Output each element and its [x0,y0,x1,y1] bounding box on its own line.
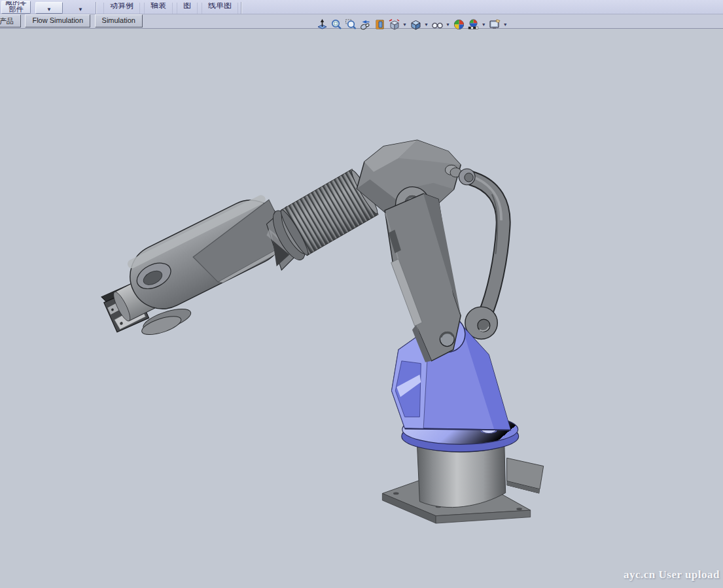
hide-show-items-icon[interactable] [431,18,444,31]
robot-base-gusset[interactable] [507,458,544,493]
apply-scene-icon[interactable] [467,18,480,31]
previous-view-icon[interactable] [359,18,372,31]
chevron-down-icon: ▼ [78,7,83,13]
section-view-icon[interactable] [374,18,386,31]
zoom-to-fit-icon[interactable] [330,18,343,31]
display-style-dropdown-icon[interactable]: ▼ [424,22,429,27]
display-style-icon[interactable] [410,18,422,31]
robot-linkage-rod[interactable] [465,175,503,339]
hide-show-items-dropdown-icon[interactable]: ▼ [446,22,450,27]
dropdown-button-2[interactable]: ▼ [68,3,93,14]
toolbar-button-4[interactable]: 线单图 [202,3,238,14]
tab-flow-simulation[interactable]: Flow Simulation [25,14,90,27]
component-button[interactable]: 藏的零 部件 [1,1,31,14]
view-orientation-dropdown-icon[interactable]: ▼ [402,22,407,27]
view-settings-icon[interactable] [489,18,501,31]
robot-arm-model[interactable] [0,29,723,588]
view-settings-dropdown-icon[interactable]: ▼ [503,22,508,27]
toolbar-button-2[interactable]: 轴装 [144,3,173,14]
toolbar-separator [241,2,242,14]
component-button-line2: 部件 [2,6,30,13]
robot-forearm[interactable] [99,189,294,330]
graphics-viewport[interactable]: ayc.cn User upload [0,29,723,588]
solidworks-window: { "toolbar": { "component_button": {"lin… [0,0,723,588]
watermark-text: ayc.cn User upload [624,568,720,581]
tab-simulation[interactable]: Simulation [95,14,143,27]
headsup-view-toolbar: ▼ ▼ ▼ ▼ ▼ [316,17,508,31]
normal-to-icon[interactable] [316,18,328,31]
tab-products[interactable]: 产品 [0,14,21,27]
robot-bracket-pivot-hole[interactable] [440,332,454,347]
apply-scene-dropdown-icon[interactable]: ▼ [482,22,486,27]
zoom-to-area-icon[interactable] [345,18,357,31]
edit-appearance-icon[interactable] [453,18,465,31]
motion-study-button[interactable]: 动算例 [103,3,140,14]
view-orientation-icon[interactable] [388,18,400,31]
top-toolbar: 藏的零 部件 ▼ ▼ 动算例 轴装 图 线单图 [0,0,723,14]
dropdown-button-1[interactable]: ▼ [35,2,63,14]
toolbar-separator [96,2,97,14]
chevron-down-icon: ▼ [46,7,52,13]
toolbar-button-3[interactable]: 图 [177,3,198,14]
